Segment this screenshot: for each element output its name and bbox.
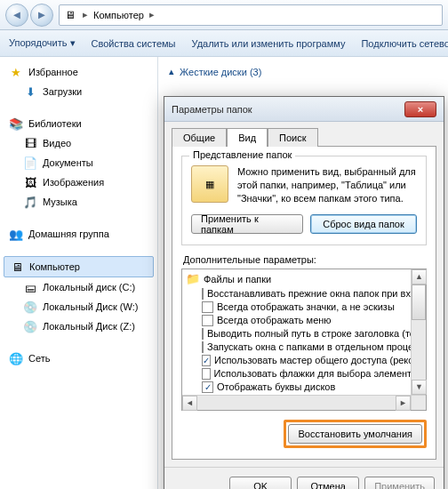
sidebar-item-pictures[interactable]: 🖼Изображения xyxy=(4,172,154,192)
sidebar-item-label: Видео xyxy=(43,138,71,148)
tree-item[interactable]: Восстанавливать прежние окна папок при в… xyxy=(182,287,426,301)
advanced-settings-box: 📁 Файлы и папки Восстанавливать прежние … xyxy=(181,269,427,411)
checkbox[interactable]: ✓ xyxy=(202,381,213,393)
nav-back-button[interactable]: ◄ xyxy=(5,4,28,27)
sidebar-item-label: Избранное xyxy=(28,67,78,77)
sidebar-item-label: Документы xyxy=(43,157,93,168)
organize-menu[interactable]: Упорядочить ▾ xyxy=(9,37,76,49)
scroll-up-button[interactable]: ▲ xyxy=(412,269,427,285)
checkbox[interactable] xyxy=(202,315,213,326)
apply-button[interactable]: Применить xyxy=(364,477,435,489)
tree-item[interactable]: Выводить полный путь в строке заголовка … xyxy=(182,327,426,341)
tab-search[interactable]: Поиск xyxy=(268,128,317,147)
tree-item-label: Использовать флажки для выбора элементов xyxy=(214,368,422,379)
dialog-tabs: Общие Вид Поиск xyxy=(164,122,444,146)
sidebar-item-label: Локальный Диск (Z:) xyxy=(43,321,135,332)
sidebar-item-music[interactable]: 🎵Музыка xyxy=(4,192,154,212)
sidebar-item-drive-z[interactable]: 💿Локальный Диск (Z:) xyxy=(4,317,154,336)
sidebar-item-label: Изображения xyxy=(43,177,104,188)
sidebar-computer[interactable]: 🖥 Компьютер xyxy=(4,256,154,277)
system-properties-button[interactable]: Свойства системы xyxy=(92,38,176,49)
dialog-title: Параметры папок xyxy=(172,104,404,115)
tree-item[interactable]: Запускать окна с папками в отдельном про… xyxy=(182,341,426,354)
sidebar-item-videos[interactable]: 🎞Видео xyxy=(4,133,154,153)
uninstall-program-button[interactable]: Удалить или изменить программу xyxy=(192,38,346,49)
sidebar-item-label: Компьютер xyxy=(29,261,80,272)
sidebar-item-drive-c[interactable]: 🖴Локальный диск (C:) xyxy=(4,277,154,297)
checkbox[interactable] xyxy=(202,328,204,340)
download-icon: ⬇ xyxy=(23,84,37,99)
scroll-down-button[interactable]: ▼ xyxy=(412,380,427,395)
dialog-titlebar[interactable]: Параметры папок × xyxy=(164,97,444,122)
checkbox[interactable] xyxy=(202,341,204,353)
sidebar-item-label: Библиотеки xyxy=(28,118,82,129)
tree-item[interactable]: Всегда отображать значки, а не эскизы xyxy=(182,301,426,314)
tab-panel-view: Представление папок ▦ Можно применить ви… xyxy=(172,146,436,460)
tab-view[interactable]: Вид xyxy=(227,128,268,147)
folder-options-dialog: Параметры папок × Общие Вид Поиск Предст… xyxy=(164,96,444,489)
sidebar-item-drive-w[interactable]: 💿Локальный Диск (W:) xyxy=(4,297,154,317)
folder-icon: 📁 xyxy=(186,272,200,286)
address-field[interactable]: 🖥 ▸ Компьютер ▸ xyxy=(59,4,443,26)
star-icon: ★ xyxy=(9,65,23,79)
advanced-settings-tree[interactable]: 📁 Файлы и папки Восстанавливать прежние … xyxy=(182,271,426,410)
checkbox[interactable] xyxy=(202,301,213,313)
library-icon: 📚 xyxy=(9,116,23,131)
address-path: Компьютер xyxy=(93,10,144,20)
scroll-right-button[interactable]: ► xyxy=(396,396,411,411)
scroll-left-button[interactable]: ◄ xyxy=(182,396,197,411)
sidebar-item-documents[interactable]: 📄Документы xyxy=(4,153,154,172)
tab-general[interactable]: Общие xyxy=(172,128,227,147)
section-title-label: Жесткие диски (3) xyxy=(180,67,261,77)
tree-label: Файлы и папки xyxy=(204,274,271,285)
checkbox[interactable]: ✓ xyxy=(202,355,211,366)
apply-to-folders-button[interactable]: Применить к папкам xyxy=(191,214,303,234)
address-bar: ◄ ► 🖥 ▸ Компьютер ▸ xyxy=(0,0,448,30)
ok-button[interactable]: OK xyxy=(229,477,292,489)
sidebar-item-downloads[interactable]: ⬇ Загрузки xyxy=(4,82,154,101)
checkbox[interactable] xyxy=(202,288,204,300)
sidebar-homegroup[interactable]: 👥 Домашняя группа xyxy=(4,224,154,244)
computer-icon: 🖥 xyxy=(63,8,77,22)
scroll-thumb[interactable] xyxy=(412,285,426,320)
tree-item-label: Отображать буквы дисков xyxy=(217,381,335,392)
tree-item-label: Всегда отображать меню xyxy=(217,315,332,325)
tree-item-label: Восстанавливать прежние окна папок при в… xyxy=(207,288,426,299)
address-sep-icon: ▸ xyxy=(83,9,88,20)
cancel-button[interactable]: Отмена xyxy=(297,477,359,489)
section-hard-drives[interactable]: ▴ Жесткие диски (3) xyxy=(169,66,437,77)
map-network-button[interactable]: Подключить сетевой xyxy=(361,38,448,49)
document-icon: 📄 xyxy=(23,156,37,170)
folder-view-description: Можно применить вид, выбранный для этой … xyxy=(237,165,417,205)
sidebar-item-label: Сеть xyxy=(28,353,50,364)
tree-item-label: Запускать окна с папками в отдельном про… xyxy=(207,341,426,352)
sidebar-network[interactable]: 🌐 Сеть xyxy=(4,349,154,368)
tree-root-files-folders[interactable]: 📁 Файлы и папки xyxy=(182,271,426,287)
sidebar-item-label: Музыка xyxy=(43,196,77,207)
nav-forward-button[interactable]: ► xyxy=(30,4,53,27)
video-icon: 🎞 xyxy=(23,136,37,150)
tree-item[interactable]: Всегда отображать меню xyxy=(182,314,426,327)
chevron-up-icon: ▴ xyxy=(169,66,174,77)
tree-item[interactable]: Использовать флажки для выбора элементов xyxy=(182,367,426,381)
address-sep-icon: ▸ xyxy=(149,9,155,20)
scrollbar-horizontal[interactable]: ◄ ► xyxy=(182,395,411,410)
tree-item[interactable]: ✓Отображать буквы дисков xyxy=(182,381,426,394)
restore-defaults-button[interactable]: Восстановить умолчания xyxy=(288,424,422,444)
reset-folders-button[interactable]: Сброс вида папок xyxy=(310,214,417,234)
toolbar: Упорядочить ▾ Свойства системы Удалить и… xyxy=(0,30,448,57)
close-button[interactable]: × xyxy=(404,101,436,117)
sidebar-libraries[interactable]: 📚 Библиотеки xyxy=(4,114,154,133)
network-icon: 🌐 xyxy=(9,351,23,365)
drive-icon: 🖴 xyxy=(23,280,37,294)
sidebar-item-label: Локальный диск (C:) xyxy=(43,282,135,293)
advanced-settings-label: Дополнительные параметры: xyxy=(183,254,427,265)
computer-icon: 🖥 xyxy=(10,260,24,274)
homegroup-icon: 👥 xyxy=(9,227,23,241)
tree-item-label: Использовать мастер общего доступа (реко… xyxy=(214,355,426,365)
scrollbar-vertical[interactable]: ▲ ▼ xyxy=(411,269,426,395)
picture-icon: 🖼 xyxy=(23,175,37,189)
tree-item[interactable]: ✓Использовать мастер общего доступа (рек… xyxy=(182,354,426,367)
sidebar-favorites[interactable]: ★ Избранное xyxy=(4,62,154,82)
checkbox[interactable] xyxy=(202,368,211,380)
